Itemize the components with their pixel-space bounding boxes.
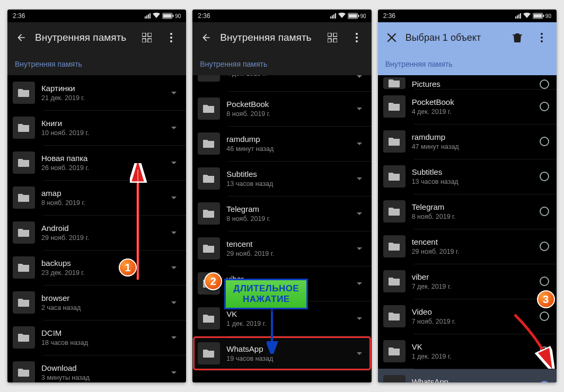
folder-icon bbox=[383, 130, 406, 153]
folder-name: VK bbox=[226, 309, 346, 319]
folder-row[interactable]: Telegram8 нояб. 2019 г. bbox=[378, 194, 557, 229]
file-list[interactable]: PicturesPocketBook4 дек. 2019 г.ramdump4… bbox=[378, 75, 557, 382]
expand-caret-icon[interactable] bbox=[171, 266, 177, 269]
expand-caret-icon[interactable] bbox=[171, 231, 177, 234]
folder-name: DCIM bbox=[41, 328, 161, 338]
svg-rect-18 bbox=[333, 39, 337, 42]
expand-caret-icon[interactable] bbox=[357, 352, 362, 355]
breadcrumb[interactable]: Внутренняя память bbox=[7, 53, 186, 75]
expand-caret-icon[interactable] bbox=[357, 75, 362, 78]
row-meta: backups23 дек. 2019 г. bbox=[41, 259, 161, 277]
folder-row[interactable]: Книги10 нояб. 2019 г. bbox=[7, 110, 186, 145]
folder-date: 10 нояб. 2019 г. bbox=[41, 129, 161, 137]
folder-icon bbox=[198, 307, 220, 329]
unchecked-icon[interactable] bbox=[540, 172, 549, 181]
unchecked-icon[interactable] bbox=[540, 277, 549, 286]
folder-row[interactable]: PocketBook4 дек. 2019 г. bbox=[378, 89, 557, 124]
overflow-menu-icon[interactable] bbox=[161, 27, 182, 48]
file-list[interactable]: Картинки21 дек. 2019 г.Книги10 нояб. 201… bbox=[7, 75, 186, 382]
unchecked-icon[interactable] bbox=[540, 207, 549, 216]
folder-row[interactable]: 4 дек. 2019 г. bbox=[192, 75, 371, 91]
checked-icon[interactable] bbox=[539, 381, 550, 382]
folder-row[interactable]: Android29 нояб. 2019 г. bbox=[7, 215, 186, 250]
step-badge-3: 3 bbox=[537, 290, 555, 308]
unchecked-icon[interactable] bbox=[540, 79, 549, 89]
unchecked-icon[interactable] bbox=[540, 242, 549, 251]
folder-icon bbox=[13, 326, 35, 349]
expand-caret-icon[interactable] bbox=[357, 247, 362, 250]
folder-row[interactable]: Новая папка26 нояб. 2019 г. bbox=[7, 145, 186, 180]
svg-rect-24 bbox=[543, 15, 544, 17]
folder-row[interactable]: tencent29 нояб. 2019 г. bbox=[378, 229, 557, 264]
folder-row[interactable]: Картинки21 дек. 2019 г. bbox=[7, 75, 186, 110]
folder-row[interactable]: PocketBook8 нояб. 2019 г. bbox=[192, 91, 371, 126]
overflow-menu-icon[interactable] bbox=[346, 27, 367, 48]
svg-rect-4 bbox=[148, 33, 152, 37]
folder-row[interactable]: Download3 минуты назад bbox=[7, 355, 186, 382]
expand-caret-icon[interactable] bbox=[357, 317, 362, 320]
folder-icon bbox=[13, 291, 35, 314]
status-bar: 2:36 90 bbox=[7, 10, 186, 22]
file-list[interactable]: 4 дек. 2019 г.PocketBook8 нояб. 2019 г.r… bbox=[192, 75, 371, 382]
folder-row[interactable]: amap8 нояб. 2019 г. bbox=[7, 180, 186, 215]
unchecked-icon[interactable] bbox=[540, 346, 549, 356]
folder-row[interactable]: tencent29 нояб. 2019 г. bbox=[192, 231, 371, 266]
folder-row[interactable]: Pictures bbox=[378, 75, 557, 89]
folder-row[interactable]: Subtitles13 часов назад bbox=[192, 161, 371, 196]
folder-name: Telegram bbox=[226, 204, 346, 214]
overflow-menu-icon[interactable] bbox=[531, 27, 552, 48]
folder-row[interactable]: ramdump46 минут назад bbox=[192, 126, 371, 161]
folder-row[interactable]: ramdump47 минут назад bbox=[378, 124, 557, 159]
expand-caret-icon[interactable] bbox=[171, 197, 177, 199]
folder-icon bbox=[383, 305, 406, 327]
unchecked-icon[interactable] bbox=[540, 137, 549, 146]
folder-row[interactable]: VK1 дек. 2019 г. bbox=[378, 334, 557, 369]
folder-name: Download bbox=[41, 363, 161, 373]
expand-caret-icon[interactable] bbox=[357, 177, 362, 180]
folder-row[interactable]: Subtitles13 часов назад bbox=[378, 159, 557, 194]
folder-date: 26 нояб. 2019 г. bbox=[41, 164, 161, 172]
svg-point-19 bbox=[356, 33, 358, 35]
folder-row[interactable]: browser2 часа назад bbox=[7, 285, 186, 320]
folder-row[interactable]: WhatsApp19 часов назад bbox=[378, 369, 557, 382]
breadcrumb[interactable]: Внутренняя память bbox=[378, 53, 557, 75]
folder-row[interactable]: Video7 нояб. 2019 г. bbox=[378, 299, 557, 334]
row-meta: Pictures bbox=[412, 79, 531, 89]
expand-caret-icon[interactable] bbox=[357, 282, 362, 285]
breadcrumb[interactable]: Внутренняя память bbox=[192, 53, 371, 75]
row-meta: viber7 дек. 2019 г. bbox=[412, 272, 531, 291]
unchecked-icon[interactable] bbox=[540, 311, 549, 321]
breadcrumb-root: Внутренняя память bbox=[15, 60, 82, 68]
close-selection-icon[interactable] bbox=[381, 27, 402, 48]
row-meta: tencent29 нояб. 2019 г. bbox=[226, 239, 346, 258]
view-grid-icon[interactable] bbox=[322, 27, 343, 48]
status-icons: 90 bbox=[145, 12, 181, 20]
expand-caret-icon[interactable] bbox=[357, 212, 362, 215]
expand-caret-icon[interactable] bbox=[357, 108, 362, 110]
expand-caret-icon[interactable] bbox=[171, 371, 177, 374]
phone-screen-1: 2:36 90 Внутренняя память Внутренняя пам… bbox=[7, 10, 186, 382]
folder-row[interactable]: DCIM18 часов назад bbox=[7, 320, 186, 355]
delete-icon[interactable] bbox=[507, 27, 528, 48]
view-grid-icon[interactable] bbox=[136, 27, 157, 48]
folder-row[interactable]: backups23 дек. 2019 г. bbox=[7, 250, 186, 285]
back-icon[interactable] bbox=[11, 27, 32, 48]
folder-row[interactable]: WhatsApp19 часов назад bbox=[192, 336, 371, 371]
expand-caret-icon[interactable] bbox=[171, 127, 177, 129]
expand-caret-icon[interactable] bbox=[171, 92, 177, 94]
row-meta: tencent29 нояб. 2019 г. bbox=[412, 237, 531, 256]
back-icon[interactable] bbox=[196, 27, 217, 48]
expand-caret-icon[interactable] bbox=[171, 301, 177, 304]
expand-caret-icon[interactable] bbox=[171, 162, 177, 164]
folder-name: Telegram bbox=[412, 202, 531, 212]
folder-row[interactable]: Telegram8 нояб. 2019 г. bbox=[192, 196, 371, 231]
row-meta: browser2 часа назад bbox=[41, 293, 161, 312]
folder-icon bbox=[383, 270, 406, 292]
row-meta: ramdump46 минут назад bbox=[226, 135, 346, 153]
svg-rect-16 bbox=[333, 33, 337, 37]
folder-row[interactable]: viber7 дек. 2019 г. bbox=[378, 264, 557, 299]
unchecked-icon[interactable] bbox=[540, 102, 549, 111]
expand-caret-icon[interactable] bbox=[357, 142, 362, 145]
folder-name: Книги bbox=[41, 119, 161, 128]
expand-caret-icon[interactable] bbox=[171, 336, 177, 339]
